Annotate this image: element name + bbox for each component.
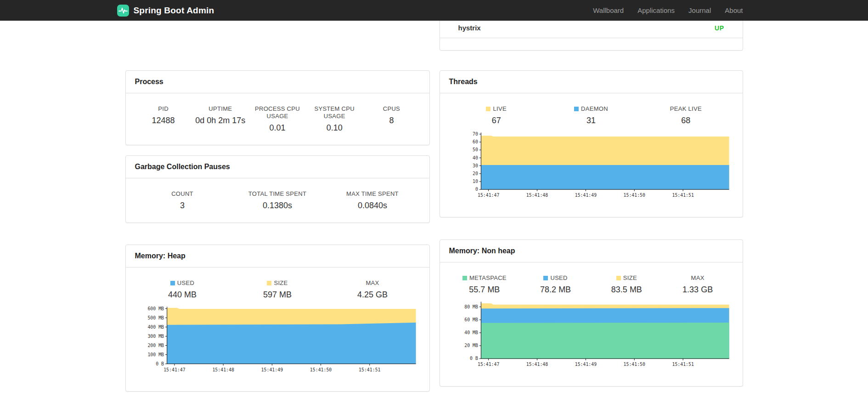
svg-text:300 MB: 300 MB: [147, 334, 164, 339]
panel-process: Process PID 12488 UPTIME 0d 0h 2m 17s PR…: [125, 70, 430, 145]
svg-text:500 MB: 500 MB: [147, 315, 164, 320]
svg-text:40 MB: 40 MB: [464, 330, 478, 335]
svg-text:100 MB: 100 MB: [147, 352, 164, 357]
stat-uptime: UPTIME 0d 0h 2m 17s: [192, 105, 249, 133]
stat-process-cpu-usage: PROCESS CPU USAGE 0.01: [249, 105, 306, 133]
svg-text:15:41:49: 15:41:49: [261, 367, 283, 372]
svg-text:60 MB: 60 MB: [464, 317, 478, 322]
svg-text:15:41:50: 15:41:50: [623, 193, 645, 198]
svg-text:30: 30: [473, 163, 478, 168]
svg-text:0: 0: [475, 187, 478, 192]
gc-title: Garbage Collection Pauses: [126, 156, 429, 178]
nonheap-used-swatch-icon: [543, 276, 548, 280]
application-row-hystrix: hystrix UP: [440, 18, 743, 38]
svg-text:10: 10: [473, 179, 478, 184]
svg-text:40: 40: [473, 155, 478, 160]
svg-text:15:41:49: 15:41:49: [575, 193, 596, 198]
svg-text:20: 20: [473, 171, 478, 176]
svg-text:15:41:49: 15:41:49: [575, 362, 596, 367]
svg-text:0 B: 0 B: [156, 361, 164, 366]
stat-gc-count: COUNT 3: [135, 190, 230, 211]
stat-gc-total-time: TOTAL TIME SPENT 0.1380s: [230, 190, 325, 211]
threads-chart: 01020304050607015:41:4715:41:4815:41:491…: [449, 128, 733, 205]
application-status-badge: UP: [715, 24, 724, 32]
process-title: Process: [126, 71, 429, 93]
memory-heap-title: Memory: Heap: [126, 245, 429, 268]
stat-pid: PID 12488: [135, 105, 192, 133]
stat-nonheap-size: SIZE 83.5 MB: [591, 274, 662, 295]
memory-nonheap-title: Memory: Non heap: [440, 240, 743, 262]
stat-cpus: CPUS 8: [363, 105, 420, 133]
svg-text:80 MB: 80 MB: [464, 304, 478, 309]
panel-application-status: hystrix UP: [440, 17, 743, 51]
nav-applications[interactable]: Applications: [637, 6, 675, 14]
stat-threads-daemon: DAEMON 31: [544, 105, 638, 125]
svg-text:15:41:47: 15:41:47: [163, 367, 186, 372]
memory-nonheap-chart: 0 B20 MB40 MB60 MB80 MB15:41:4715:41:481…: [449, 297, 733, 374]
panel-memory-heap: Memory: Heap USED 440 MB SIZE: [125, 245, 430, 392]
nonheap-size-swatch-icon: [616, 276, 621, 280]
svg-text:0 B: 0 B: [470, 356, 478, 361]
stat-heap-used: USED 440 MB: [135, 279, 230, 300]
nav-about[interactable]: About: [725, 6, 743, 14]
svg-text:15:41:48: 15:41:48: [212, 367, 234, 372]
stat-gc-max-time: MAX TIME SPENT 0.0840s: [325, 190, 420, 211]
svg-text:15:41:47: 15:41:47: [477, 193, 499, 198]
svg-text:15:41:51: 15:41:51: [672, 193, 693, 198]
application-name: hystrix: [458, 24, 481, 32]
panel-threads: Threads LIVE 67 DAEMON: [440, 70, 743, 217]
stat-threads-peak-live: PEAK LIVE 68: [638, 105, 733, 125]
threads-live-swatch-icon: [486, 107, 490, 111]
navbar: Spring Boot Admin Wallboard Applications…: [0, 0, 868, 21]
threads-daemon-swatch-icon: [574, 107, 579, 111]
nonheap-metaspace-swatch-icon: [462, 276, 467, 280]
svg-text:15:41:50: 15:41:50: [310, 367, 332, 372]
svg-text:15:41:47: 15:41:47: [477, 362, 499, 367]
stat-heap-size: SIZE 597 MB: [230, 279, 325, 300]
memory-heap-chart: 0 B100 MB200 MB300 MB400 MB500 MB600 MB1…: [135, 302, 420, 379]
nav-links: Wallboard Applications Journal About: [579, 6, 743, 14]
nav-wallboard[interactable]: Wallboard: [593, 6, 624, 14]
stat-system-cpu-usage: SYSTEM CPU USAGE 0.10: [306, 105, 363, 133]
stat-nonheap-metaspace: METASPACE 55.7 MB: [449, 274, 520, 295]
stat-nonheap-max: MAX 1.33 GB: [662, 274, 733, 295]
stat-heap-max: MAX 4.25 GB: [325, 279, 420, 300]
svg-text:600 MB: 600 MB: [147, 306, 164, 311]
stat-nonheap-used: USED 78.2 MB: [520, 274, 591, 295]
stat-threads-live: LIVE 67: [449, 105, 544, 125]
panel-garbage-collection: Garbage Collection Pauses COUNT 3 TOTAL …: [125, 155, 430, 223]
svg-text:15:41:50: 15:41:50: [623, 362, 645, 367]
brand-title: Spring Boot Admin: [134, 6, 214, 16]
heap-used-swatch-icon: [170, 281, 175, 285]
panel-memory-nonheap: Memory: Non heap METASPACE 55.7 MB USED: [440, 239, 743, 387]
panel-spacer: [440, 38, 743, 50]
svg-text:15:41:48: 15:41:48: [526, 362, 547, 367]
svg-text:20 MB: 20 MB: [464, 343, 478, 348]
svg-text:200 MB: 200 MB: [147, 343, 164, 348]
spring-boot-admin-logo-icon: [117, 5, 129, 17]
threads-title: Threads: [440, 71, 743, 93]
svg-text:15:41:48: 15:41:48: [526, 193, 547, 198]
brand[interactable]: Spring Boot Admin: [117, 5, 214, 17]
svg-text:400 MB: 400 MB: [147, 325, 164, 330]
svg-text:60: 60: [473, 139, 478, 144]
svg-text:15:41:51: 15:41:51: [672, 362, 693, 367]
svg-text:50: 50: [473, 147, 478, 152]
nav-journal[interactable]: Journal: [688, 6, 711, 14]
svg-text:70: 70: [473, 131, 478, 137]
svg-text:15:41:51: 15:41:51: [359, 367, 381, 372]
heap-size-swatch-icon: [267, 281, 271, 285]
